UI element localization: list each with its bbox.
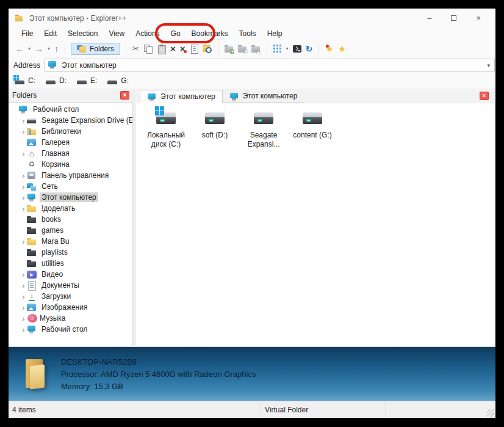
file-item-label: Локальный диск (C:) (143, 131, 189, 149)
file-item-content-g[interactable]: content (G:) (288, 109, 337, 140)
tree-item-mara-bu[interactable]: › Mara Bu (9, 236, 132, 247)
tree-item-utilities[interactable]: › utilities (9, 258, 132, 269)
expander-icon[interactable]: › (20, 315, 27, 323)
tree-item-dodelat[interactable]: › !доделать (9, 203, 132, 214)
tree-item-this-pc[interactable]: › Этот компьютер (9, 192, 132, 203)
tab-this-pc-1[interactable]: Этот компьютер (140, 90, 223, 103)
tree-item-control-panel[interactable]: › Панель управления (9, 170, 132, 181)
tree-item-recycle-bin[interactable]: › ♻ Корзина (9, 159, 132, 170)
copy-to-folder-icon (238, 45, 247, 53)
up-button[interactable]: ↑ (52, 43, 60, 54)
tab-this-pc-2[interactable]: Этот компьютер (223, 90, 304, 103)
expander-icon[interactable]: › (20, 238, 27, 246)
views-dropdown-button[interactable]: ▾ (284, 45, 290, 53)
tree-item-music[interactable]: › ♪ Музыка (9, 313, 132, 324)
tree-item-libraries[interactable]: › Библиотеки (9, 126, 132, 137)
back-button[interactable]: ← (13, 43, 26, 54)
address-input[interactable]: Этот компьютер ▾ (45, 59, 495, 71)
menu-item-tools[interactable]: Tools (234, 28, 262, 39)
drive-windows-icon (154, 109, 178, 126)
expander-icon[interactable]: › (20, 128, 27, 136)
expander-icon[interactable]: › (20, 183, 27, 191)
tab-label: Этот компьютер (160, 92, 215, 101)
refresh-button[interactable]: ↻ (304, 43, 315, 54)
address-dropdown-icon[interactable]: ▾ (487, 62, 492, 68)
forward-dropdown-button[interactable]: ▾ (46, 45, 52, 53)
tree-item-pictures[interactable]: › Изображения (9, 302, 132, 313)
forward-button[interactable]: → (33, 43, 45, 54)
expander-icon[interactable]: › (20, 326, 27, 334)
views-button[interactable] (272, 43, 283, 54)
close-button[interactable]: × (476, 14, 481, 22)
file-item-soft-d[interactable]: soft (D:) (190, 109, 239, 140)
files-area: Локальный диск (C:) soft (D:) Seagate Ex… (135, 103, 495, 347)
tree-item-gallery[interactable]: › Галерея (9, 137, 132, 148)
properties-button[interactable] (187, 43, 200, 54)
tree-item-videos[interactable]: › ▶ Видео (9, 269, 132, 280)
tree-item-desktop-folder[interactable]: › Рабочий стол (9, 324, 132, 335)
tree-item-label: Сеть (40, 181, 60, 191)
expander-icon[interactable]: › (20, 117, 27, 125)
menu-item-view[interactable]: View (103, 28, 130, 39)
drive-button-d[interactable]: D: (46, 76, 67, 85)
command-prompt-icon (293, 45, 301, 53)
command-prompt-button[interactable] (291, 44, 303, 54)
maximize-button[interactable] (451, 14, 456, 22)
folders-panel-close-button[interactable]: × (120, 91, 129, 100)
tree-item-seagate-drive[interactable]: › Seagate Expansion Drive (E:) (9, 115, 132, 126)
folders-toggle-button[interactable]: Folders (71, 43, 120, 55)
drive-button-g[interactable]: G: (107, 76, 129, 85)
back-dropdown-button[interactable]: ▾ (26, 45, 32, 53)
expander-icon[interactable]: › (20, 194, 27, 202)
file-item-seagate[interactable]: Seagate Expansi... (239, 109, 288, 149)
expander-icon[interactable]: › (20, 304, 27, 312)
tree-item-playlists[interactable]: › playlists (9, 247, 132, 258)
tree-item-documents[interactable]: › Документы (9, 280, 132, 291)
tree-item-label: Рабочий стол (31, 104, 81, 114)
tree-item-network[interactable]: › Сеть (9, 181, 132, 192)
tree-item-downloads[interactable]: › ↓ Загрузки (9, 291, 132, 302)
add-bookmark-star-icon: ★ (325, 44, 333, 53)
resize-grip[interactable] (487, 409, 494, 417)
add-bookmark-button[interactable]: ★ (323, 43, 335, 54)
copy-button[interactable] (142, 43, 154, 54)
cut-button[interactable]: ✂ (131, 43, 141, 54)
tree-item-desktop-root[interactable]: › Рабочий стол (9, 104, 132, 115)
delete-permanent-button[interactable]: × (178, 43, 187, 54)
title-bar: Этот компьютер - Explorer++ – × (9, 9, 495, 27)
expander-icon[interactable]: › (20, 282, 27, 290)
tree-item-home[interactable]: › ⌂ Главная (9, 148, 132, 159)
new-folder-button[interactable] (223, 43, 236, 54)
drive-button-c[interactable]: C: (15, 76, 35, 85)
expander-icon[interactable]: › (20, 150, 27, 158)
paste-button[interactable] (155, 43, 168, 54)
drive-button-e[interactable]: E: (77, 76, 97, 85)
menu-item-go[interactable]: Go (165, 28, 186, 39)
tab-close-button[interactable]: × (480, 92, 489, 100)
copy-to-folder-button[interactable] (236, 43, 249, 54)
menu-item-selection[interactable]: Selection (62, 28, 103, 39)
menu-item-actions[interactable]: Actions (130, 28, 165, 39)
up-icon: ↑ (54, 45, 59, 53)
expander-icon[interactable]: › (20, 271, 27, 279)
tree-item-games[interactable]: › games (9, 225, 132, 236)
menu-item-help[interactable]: Help (262, 28, 288, 39)
manage-bookmarks-button[interactable]: ★ (336, 43, 348, 54)
tree-item-books[interactable]: › books (9, 214, 132, 225)
expander-icon[interactable]: › (20, 293, 27, 301)
minimize-button[interactable]: – (427, 14, 431, 22)
system-info-panel: DESKTOP-NAR52B9 Processor: AMD Ryzen 5 4… (9, 347, 495, 401)
search-button[interactable] (201, 43, 214, 54)
main-toolbar: ← ▾ → ▾ ↑ Folders ✂ × × ▾ ↻ ★ ★ (9, 40, 495, 57)
file-item-local-disk-c[interactable]: Локальный диск (C:) (142, 109, 190, 149)
delete-button[interactable]: × (168, 43, 178, 54)
menu-item-file[interactable]: File (16, 28, 38, 39)
menu-item-edit[interactable]: Edit (38, 28, 62, 39)
toolbar-separator (218, 43, 218, 55)
move-to-folder-button[interactable] (250, 43, 262, 54)
menu-item-bookmarks[interactable]: Bookmarks (186, 28, 234, 39)
plus-badge-icon (306, 119, 311, 122)
expander-icon[interactable]: › (20, 172, 27, 180)
arrow-badge-icon (245, 49, 248, 53)
expander-icon[interactable]: › (20, 205, 27, 213)
